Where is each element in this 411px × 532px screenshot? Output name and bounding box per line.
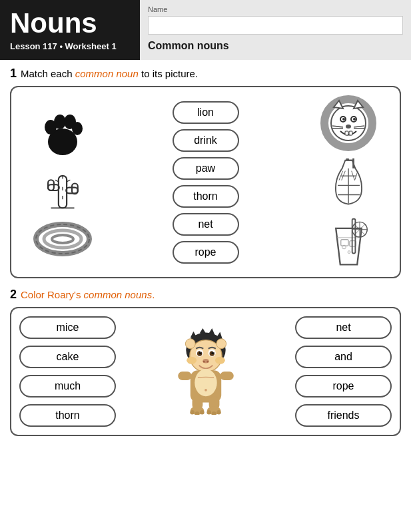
svg-rect-28: [349, 131, 352, 135]
svg-point-92: [205, 389, 207, 392]
section1-title: 1 Match each common noun to its picture.: [10, 67, 401, 81]
section2-title: 2 Color Roary's common nouns.: [10, 288, 401, 302]
word-drink: drink: [173, 129, 239, 152]
word-lion: lion: [173, 101, 239, 124]
svg-point-26: [346, 125, 351, 129]
section2-text: Color Roary's common nouns.: [21, 289, 155, 300]
lesson-subtitle: Lesson 117 • Worksheet 1: [10, 41, 130, 51]
svg-rect-79: [178, 372, 191, 380]
svg-point-18: [52, 235, 73, 243]
word-thorn2: thorn: [19, 404, 116, 427]
svg-point-72: [203, 361, 205, 363]
svg-point-74: [187, 357, 197, 364]
section1-number: 1: [10, 67, 17, 81]
svg-point-88: [200, 410, 205, 415]
section-label: Common nouns: [148, 40, 403, 52]
svg-point-76: [185, 339, 195, 349]
svg-point-25: [353, 118, 356, 121]
svg-point-56: [348, 251, 350, 254]
exercise1-box: lion drink paw thorn net rope: [10, 86, 401, 278]
lion-cartoon-image: [169, 328, 242, 415]
right-images-col: [305, 95, 392, 269]
svg-point-4: [72, 122, 83, 135]
drink-image: [327, 216, 370, 269]
paw-image: [36, 107, 89, 160]
svg-point-89: [206, 410, 211, 415]
svg-point-81: [195, 369, 216, 396]
svg-rect-45: [346, 158, 349, 161]
svg-point-75: [214, 357, 224, 364]
color-right-col: net and rope friends: [295, 316, 392, 427]
word-cake: cake: [19, 346, 116, 368]
word-mice: mice: [19, 316, 116, 339]
word-net2: net: [295, 316, 392, 339]
header-right-panel: Name Common nouns: [140, 0, 411, 60]
svg-point-24: [342, 118, 345, 121]
svg-rect-47: [340, 240, 348, 246]
section2-highlight: common nouns: [84, 289, 153, 300]
word-paw: paw: [173, 157, 239, 180]
page-title: Nouns: [10, 9, 130, 37]
word-rope2: rope: [295, 375, 392, 398]
color-grid: mice cake much thorn: [19, 316, 392, 427]
exercise2-box: mice cake much thorn: [10, 307, 401, 436]
match-grid: lion drink paw thorn net rope: [19, 95, 392, 269]
svg-point-77: [216, 339, 226, 349]
svg-point-73: [206, 361, 208, 363]
page-header: Nouns Lesson 117 • Worksheet 1 Name Comm…: [0, 0, 411, 60]
name-input[interactable]: [148, 16, 403, 35]
lion-face-image: [320, 95, 377, 152]
svg-point-91: [216, 410, 221, 415]
word-net: net: [173, 213, 239, 236]
header-left-panel: Nouns Lesson 117 • Worksheet 1: [0, 0, 140, 60]
word-and: and: [295, 346, 392, 368]
left-images-col: [19, 107, 106, 257]
svg-rect-5: [59, 176, 67, 208]
section1-text: Match each common noun to its picture.: [21, 68, 198, 79]
svg-point-17: [44, 230, 81, 248]
color-left-col: mice cake much thorn: [19, 316, 116, 427]
word-thorn: thorn: [173, 185, 239, 208]
net-bag-image: [330, 157, 367, 210]
word-rope: rope: [173, 241, 239, 264]
main-content: 1 Match each common noun to its picture.: [0, 60, 411, 452]
word-much: much: [19, 375, 116, 398]
section2-number: 2: [10, 288, 17, 302]
svg-rect-27: [345, 131, 348, 135]
lion-cartoon-container: [159, 328, 252, 415]
cactus-image: [39, 167, 86, 214]
svg-point-86: [190, 410, 195, 415]
name-label: Name: [148, 5, 403, 13]
svg-rect-80: [220, 372, 233, 380]
word-friends: friends: [295, 404, 392, 427]
rope-image: [33, 220, 93, 257]
section1-highlight: common noun: [75, 68, 139, 79]
svg-point-70: [212, 351, 214, 352]
middle-words-col: lion drink paw thorn net rope: [163, 101, 249, 264]
svg-point-69: [200, 351, 201, 352]
